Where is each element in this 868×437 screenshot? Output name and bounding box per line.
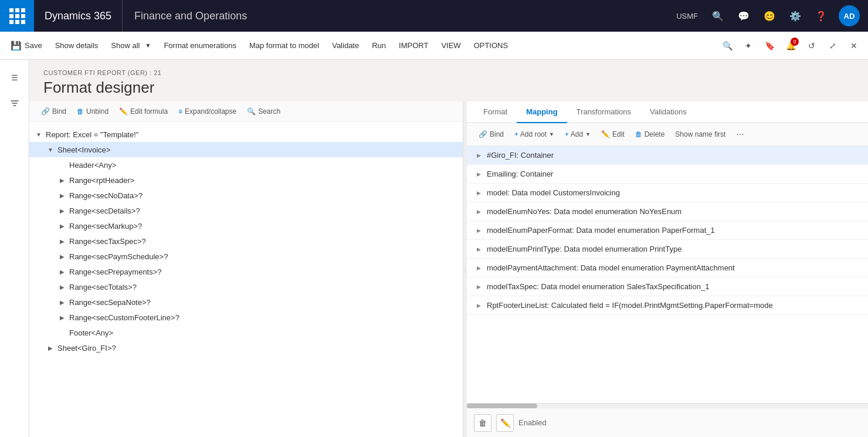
sidebar-menu-icon[interactable]: ☰: [4, 67, 25, 88]
toolbar-icon-notification[interactable]: 🔔 0: [781, 36, 800, 55]
tree-item[interactable]: Report: Excel = "Template!": [29, 127, 463, 142]
right-panel-toolbar: 🔗 Bind + Add root ▼ + Add: [467, 123, 868, 146]
list-item[interactable]: modelPaymentAttachment: Data model enume…: [467, 259, 868, 277]
mapping-expand-icon[interactable]: [474, 282, 483, 292]
tree-expand-icon[interactable]: [46, 145, 55, 154]
tree-item[interactable]: Header<Any>: [29, 157, 463, 172]
tree-item[interactable]: Range<secDetails>?: [29, 203, 463, 218]
help-button[interactable]: ❓: [808, 0, 834, 32]
list-item[interactable]: model: Data model CustomersInvoicing: [467, 184, 868, 202]
tab-mapping[interactable]: Mapping: [517, 101, 567, 123]
mapping-scrollbar[interactable]: [467, 403, 868, 408]
bind-button-left[interactable]: 🔗 Bind: [36, 105, 71, 118]
tree-expand-icon[interactable]: [57, 297, 67, 307]
tree-expand-icon[interactable]: [34, 130, 43, 139]
page-title: Format designer: [43, 79, 854, 97]
validate-button[interactable]: Validate: [326, 38, 365, 53]
more-options-button[interactable]: ···: [731, 127, 748, 142]
tree-expand-icon[interactable]: [57, 252, 67, 261]
app-name: Dynamics 365: [34, 0, 123, 32]
tree-item[interactable]: Range<secTotals>?: [29, 279, 463, 294]
tree-item[interactable]: Range<secPaymSchedule>?: [29, 249, 463, 264]
show-details-label: Show details: [55, 41, 99, 50]
tree-expand-icon[interactable]: [57, 236, 67, 246]
tree-item[interactable]: Range<secSepaNote>?: [29, 294, 463, 310]
user-avatar[interactable]: AD: [839, 5, 860, 26]
tree-item[interactable]: Range<rptHeader>: [29, 172, 463, 188]
tree-expand-icon[interactable]: [57, 206, 67, 215]
add-root-button[interactable]: + Add root ▼: [510, 128, 559, 141]
show-name-first-label: Show name first: [675, 130, 725, 138]
tree-item[interactable]: Sheet<Invoice>: [29, 142, 463, 157]
tree-item[interactable]: Sheet<Giro_FI>?: [29, 340, 463, 355]
search-button[interactable]: 🔍: [705, 0, 731, 32]
mapping-expand-icon[interactable]: [474, 188, 483, 198]
tree-item[interactable]: Range<secCustomFooterLine>?: [29, 310, 463, 325]
toolbar-icon-refresh[interactable]: ↺: [802, 36, 821, 55]
add-button-right[interactable]: + Add ▼: [560, 128, 595, 141]
tree-item[interactable]: Range<secTaxSpec>?: [29, 233, 463, 249]
options-button[interactable]: OPTIONS: [468, 38, 514, 53]
run-button[interactable]: Run: [366, 38, 392, 53]
import-button[interactable]: IMPORT: [393, 38, 434, 53]
list-item[interactable]: #Giro_FI: Container: [467, 146, 868, 165]
tree-expand-icon[interactable]: [57, 221, 67, 231]
chat-button[interactable]: 💬: [731, 0, 757, 32]
search-in-toolbar[interactable]: 🔍: [718, 36, 737, 55]
mapping-expand-icon[interactable]: [474, 170, 483, 179]
save-button[interactable]: 💾 Save: [5, 37, 48, 55]
toolbar-icon-star[interactable]: ✦: [739, 36, 758, 55]
settings-button[interactable]: ⚙️: [782, 0, 808, 32]
list-item[interactable]: modelTaxSpec: Data model enumeration Sal…: [467, 277, 868, 296]
show-name-first-button[interactable]: Show name first: [670, 128, 730, 141]
list-item[interactable]: modelEnumPaperFormat: Data model enumera…: [467, 221, 868, 240]
tree-item-label: Range<secTaxSpec>?: [69, 237, 146, 246]
tree-expand-icon[interactable]: [57, 175, 67, 185]
smiley-button[interactable]: 😊: [757, 0, 782, 32]
tree-item[interactable]: Range<secNoData>?: [29, 188, 463, 203]
mapping-expand-icon[interactable]: [474, 263, 483, 273]
format-tree[interactable]: Report: Excel = "Template!"Sheet<Invoice…: [29, 122, 463, 437]
edit-button-right[interactable]: ✏️ Edit: [596, 128, 629, 141]
tree-item[interactable]: Range<secMarkup>?: [29, 218, 463, 233]
toolbar-icon-bookmark[interactable]: 🔖: [760, 36, 779, 55]
show-all-dropdown[interactable]: Show all ▼: [105, 38, 157, 53]
map-format-button[interactable]: Map format to model: [243, 38, 325, 53]
tab-transformations[interactable]: Transformations: [567, 101, 640, 123]
delete-bottom-button[interactable]: 🗑: [474, 414, 491, 432]
edit-formula-button[interactable]: ✏️ Edit formula: [114, 105, 172, 118]
mapping-list[interactable]: #Giro_FI: ContainerEmailing: Containermo…: [467, 146, 868, 403]
waffle-menu-button[interactable]: [0, 0, 34, 32]
mapping-expand-icon[interactable]: [474, 226, 483, 235]
bind-button-right[interactable]: 🔗 Bind: [474, 128, 508, 141]
tab-format[interactable]: Format: [474, 101, 517, 123]
search-button-left[interactable]: 🔍 Search: [242, 105, 285, 118]
list-item[interactable]: modelEnumNoYes: Data model enumeration N…: [467, 202, 868, 221]
scrollbar-thumb[interactable]: [467, 404, 537, 408]
toolbar-icon-external[interactable]: ⤢: [823, 36, 842, 55]
sidebar-filter-icon[interactable]: [4, 93, 25, 114]
tree-expand-icon[interactable]: [57, 282, 67, 292]
mapping-expand-icon[interactable]: [474, 151, 483, 160]
tree-expand-icon[interactable]: [46, 343, 55, 353]
list-item[interactable]: RptFooterLineList: Calculated field = IF…: [467, 296, 868, 315]
format-enumerations-button[interactable]: Format enumerations: [158, 38, 242, 53]
toolbar-icon-close[interactable]: ✕: [845, 36, 863, 55]
view-button[interactable]: VIEW: [435, 38, 466, 53]
mapping-expand-icon[interactable]: [474, 207, 483, 216]
edit-bottom-button[interactable]: ✏️: [496, 414, 514, 432]
expand-collapse-button[interactable]: ≡ Expand/collapse: [174, 105, 241, 118]
tab-validations[interactable]: Validations: [640, 101, 696, 123]
mapping-expand-icon[interactable]: [474, 301, 483, 310]
list-item[interactable]: Emailing: Container: [467, 165, 868, 184]
unbind-button[interactable]: 🗑 Unbind: [72, 105, 113, 118]
tree-item[interactable]: Footer<Any>: [29, 325, 463, 340]
tree-expand-icon[interactable]: [57, 191, 67, 200]
delete-button-right[interactable]: 🗑 Delete: [630, 128, 670, 141]
tree-item[interactable]: Range<secPrepayments>?: [29, 264, 463, 279]
list-item[interactable]: modelEnumPrintType: Data model enumerati…: [467, 240, 868, 259]
mapping-expand-icon[interactable]: [474, 245, 483, 254]
show-details-button[interactable]: Show details: [49, 38, 104, 53]
tree-expand-icon[interactable]: [57, 267, 67, 276]
tree-expand-icon[interactable]: [57, 313, 67, 322]
